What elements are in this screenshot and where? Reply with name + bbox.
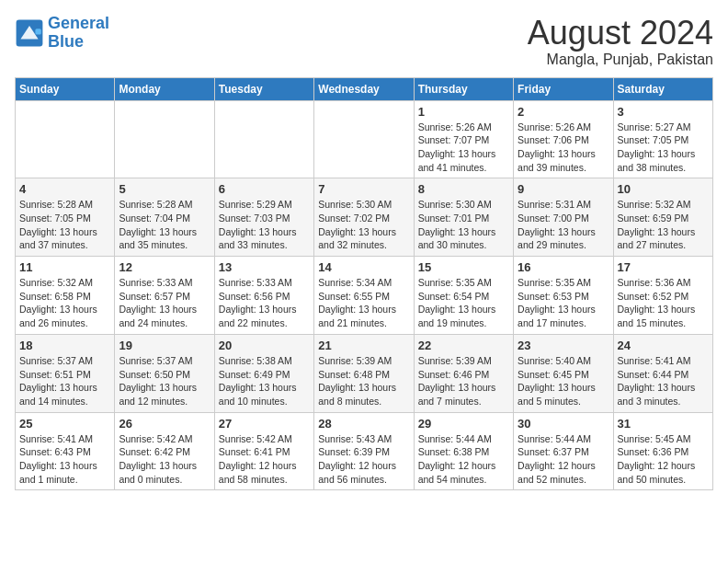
day-number: 8 bbox=[418, 182, 509, 196]
calendar-cell: 4Sunrise: 5:28 AM Sunset: 7:05 PM Daylig… bbox=[16, 178, 115, 257]
day-info: Sunrise: 5:45 AM Sunset: 6:36 PM Dayligh… bbox=[618, 432, 709, 487]
day-number: 24 bbox=[618, 339, 709, 352]
calendar-cell: 24Sunrise: 5:41 AM Sunset: 6:44 PM Dayli… bbox=[613, 334, 712, 412]
weekday-header-friday: Friday bbox=[514, 77, 613, 100]
day-info: Sunrise: 5:42 AM Sunset: 6:42 PM Dayligh… bbox=[119, 432, 210, 487]
day-number: 5 bbox=[119, 182, 210, 196]
calendar-body: 1Sunrise: 5:26 AM Sunset: 7:07 PM Daylig… bbox=[16, 100, 713, 490]
logo-line2: Blue bbox=[48, 32, 84, 51]
calendar-week-4: 18Sunrise: 5:37 AM Sunset: 6:51 PM Dayli… bbox=[16, 334, 713, 412]
title-block: August 2024 Mangla, Punjab, Pakistan bbox=[528, 15, 713, 68]
weekday-header-monday: Monday bbox=[115, 77, 214, 100]
calendar-cell: 19Sunrise: 5:37 AM Sunset: 6:50 PM Dayli… bbox=[115, 334, 214, 412]
day-number: 15 bbox=[418, 260, 509, 274]
day-info: Sunrise: 5:34 AM Sunset: 6:55 PM Dayligh… bbox=[318, 276, 409, 330]
calendar-week-1: 1Sunrise: 5:26 AM Sunset: 7:07 PM Daylig… bbox=[16, 100, 713, 178]
day-number: 21 bbox=[318, 339, 409, 352]
day-number: 17 bbox=[618, 260, 709, 274]
weekday-row: SundayMondayTuesdayWednesdayThursdayFrid… bbox=[16, 77, 713, 100]
calendar-cell: 28Sunrise: 5:43 AM Sunset: 6:39 PM Dayli… bbox=[314, 412, 414, 490]
day-info: Sunrise: 5:42 AM Sunset: 6:41 PM Dayligh… bbox=[219, 432, 310, 487]
day-number: 12 bbox=[119, 260, 210, 274]
day-number: 20 bbox=[219, 339, 310, 352]
weekday-header-wednesday: Wednesday bbox=[314, 77, 414, 100]
day-info: Sunrise: 5:33 AM Sunset: 6:57 PM Dayligh… bbox=[119, 276, 210, 330]
day-number: 10 bbox=[618, 182, 709, 196]
subtitle: Mangla, Punjab, Pakistan bbox=[528, 52, 713, 68]
day-number: 9 bbox=[518, 182, 609, 196]
day-number: 3 bbox=[618, 105, 709, 119]
day-info: Sunrise: 5:40 AM Sunset: 6:45 PM Dayligh… bbox=[518, 354, 609, 408]
day-info: Sunrise: 5:41 AM Sunset: 6:44 PM Dayligh… bbox=[618, 354, 709, 408]
weekday-header-tuesday: Tuesday bbox=[214, 77, 313, 100]
calendar-cell: 3Sunrise: 5:27 AM Sunset: 7:05 PM Daylig… bbox=[613, 100, 712, 178]
calendar-week-3: 11Sunrise: 5:32 AM Sunset: 6:58 PM Dayli… bbox=[16, 257, 713, 335]
calendar-cell bbox=[314, 100, 414, 178]
calendar-cell: 13Sunrise: 5:33 AM Sunset: 6:56 PM Dayli… bbox=[214, 257, 313, 335]
day-number: 16 bbox=[518, 260, 609, 274]
day-info: Sunrise: 5:26 AM Sunset: 7:07 PM Dayligh… bbox=[418, 121, 509, 175]
logo: General Blue bbox=[15, 15, 109, 52]
day-info: Sunrise: 5:27 AM Sunset: 7:05 PM Dayligh… bbox=[618, 121, 709, 175]
calendar-cell: 30Sunrise: 5:44 AM Sunset: 6:37 PM Dayli… bbox=[514, 412, 613, 490]
day-info: Sunrise: 5:28 AM Sunset: 7:05 PM Dayligh… bbox=[19, 198, 110, 252]
calendar-cell: 15Sunrise: 5:35 AM Sunset: 6:54 PM Dayli… bbox=[414, 257, 513, 335]
day-info: Sunrise: 5:32 AM Sunset: 6:58 PM Dayligh… bbox=[19, 276, 110, 330]
day-info: Sunrise: 5:36 AM Sunset: 6:52 PM Dayligh… bbox=[618, 276, 709, 330]
calendar-cell bbox=[214, 100, 313, 178]
weekday-header-sunday: Sunday bbox=[16, 77, 115, 100]
day-number: 27 bbox=[219, 417, 310, 431]
day-info: Sunrise: 5:37 AM Sunset: 6:50 PM Dayligh… bbox=[119, 354, 210, 408]
calendar-week-2: 4Sunrise: 5:28 AM Sunset: 7:05 PM Daylig… bbox=[16, 178, 713, 257]
day-number: 23 bbox=[518, 339, 609, 352]
day-number: 25 bbox=[19, 417, 110, 431]
calendar-cell: 26Sunrise: 5:42 AM Sunset: 6:42 PM Dayli… bbox=[115, 412, 214, 490]
logo-icon bbox=[15, 18, 44, 48]
calendar-cell: 16Sunrise: 5:35 AM Sunset: 6:53 PM Dayli… bbox=[514, 257, 613, 335]
calendar-cell: 7Sunrise: 5:30 AM Sunset: 7:02 PM Daylig… bbox=[314, 178, 414, 257]
calendar-cell: 11Sunrise: 5:32 AM Sunset: 6:58 PM Dayli… bbox=[16, 257, 115, 335]
logo-line1: General bbox=[48, 14, 109, 32]
day-number: 14 bbox=[318, 260, 409, 274]
day-number: 18 bbox=[19, 339, 110, 352]
day-info: Sunrise: 5:30 AM Sunset: 7:01 PM Dayligh… bbox=[418, 198, 509, 252]
main-title: August 2024 bbox=[528, 15, 713, 52]
calendar-cell: 23Sunrise: 5:40 AM Sunset: 6:45 PM Dayli… bbox=[514, 334, 613, 412]
day-info: Sunrise: 5:39 AM Sunset: 6:48 PM Dayligh… bbox=[318, 354, 409, 408]
day-info: Sunrise: 5:41 AM Sunset: 6:43 PM Dayligh… bbox=[19, 432, 110, 487]
day-info: Sunrise: 5:28 AM Sunset: 7:04 PM Dayligh… bbox=[119, 198, 210, 252]
calendar-cell: 25Sunrise: 5:41 AM Sunset: 6:43 PM Dayli… bbox=[16, 412, 115, 490]
calendar-cell: 31Sunrise: 5:45 AM Sunset: 6:36 PM Dayli… bbox=[613, 412, 712, 490]
weekday-header-thursday: Thursday bbox=[414, 77, 513, 100]
calendar-cell: 9Sunrise: 5:31 AM Sunset: 7:00 PM Daylig… bbox=[514, 178, 613, 257]
calendar-cell: 5Sunrise: 5:28 AM Sunset: 7:04 PM Daylig… bbox=[115, 178, 214, 257]
day-info: Sunrise: 5:33 AM Sunset: 6:56 PM Dayligh… bbox=[219, 276, 310, 330]
day-number: 29 bbox=[418, 417, 509, 431]
day-number: 31 bbox=[618, 417, 709, 431]
calendar-cell bbox=[16, 100, 115, 178]
day-info: Sunrise: 5:44 AM Sunset: 6:38 PM Dayligh… bbox=[418, 432, 509, 487]
calendar-cell: 2Sunrise: 5:26 AM Sunset: 7:06 PM Daylig… bbox=[514, 100, 613, 178]
day-info: Sunrise: 5:26 AM Sunset: 7:06 PM Dayligh… bbox=[518, 121, 609, 175]
day-number: 4 bbox=[19, 182, 110, 196]
day-info: Sunrise: 5:30 AM Sunset: 7:02 PM Dayligh… bbox=[318, 198, 409, 252]
calendar-week-5: 25Sunrise: 5:41 AM Sunset: 6:43 PM Dayli… bbox=[16, 412, 713, 490]
day-info: Sunrise: 5:32 AM Sunset: 6:59 PM Dayligh… bbox=[618, 198, 709, 252]
day-info: Sunrise: 5:31 AM Sunset: 7:00 PM Dayligh… bbox=[518, 198, 609, 252]
day-number: 6 bbox=[219, 182, 310, 196]
day-number: 30 bbox=[518, 417, 609, 431]
logo-text: General Blue bbox=[48, 15, 109, 52]
day-info: Sunrise: 5:39 AM Sunset: 6:46 PM Dayligh… bbox=[418, 354, 509, 408]
page-header: General Blue August 2024 Mangla, Punjab,… bbox=[15, 15, 713, 68]
day-info: Sunrise: 5:35 AM Sunset: 6:54 PM Dayligh… bbox=[418, 276, 509, 330]
weekday-header-saturday: Saturday bbox=[613, 77, 712, 100]
calendar-cell bbox=[115, 100, 214, 178]
calendar-cell: 17Sunrise: 5:36 AM Sunset: 6:52 PM Dayli… bbox=[613, 257, 712, 335]
day-info: Sunrise: 5:38 AM Sunset: 6:49 PM Dayligh… bbox=[219, 354, 310, 408]
calendar-header: SundayMondayTuesdayWednesdayThursdayFrid… bbox=[16, 77, 713, 100]
svg-rect-2 bbox=[35, 29, 40, 34]
day-info: Sunrise: 5:43 AM Sunset: 6:39 PM Dayligh… bbox=[318, 432, 409, 487]
calendar-cell: 10Sunrise: 5:32 AM Sunset: 6:59 PM Dayli… bbox=[613, 178, 712, 257]
calendar-cell: 21Sunrise: 5:39 AM Sunset: 6:48 PM Dayli… bbox=[314, 334, 414, 412]
calendar-cell: 22Sunrise: 5:39 AM Sunset: 6:46 PM Dayli… bbox=[414, 334, 513, 412]
